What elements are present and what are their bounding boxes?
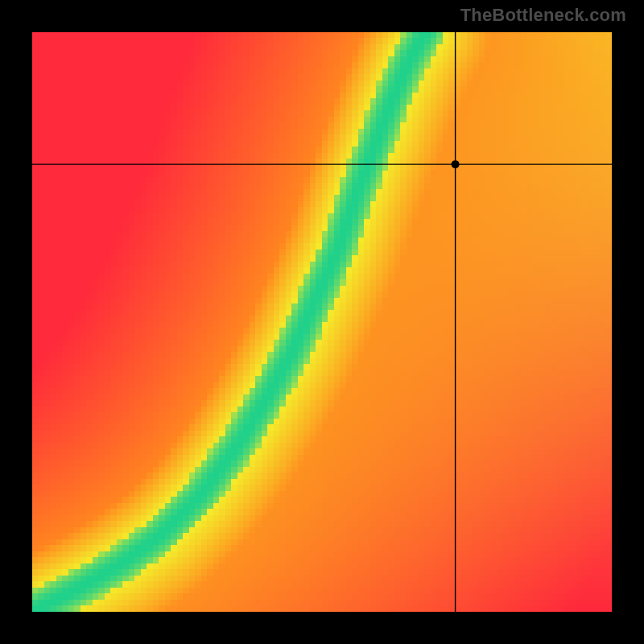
watermark-text: TheBottleneck.com xyxy=(460,5,626,26)
chart-container: TheBottleneck.com xyxy=(0,0,644,644)
heatmap-canvas xyxy=(32,32,612,612)
